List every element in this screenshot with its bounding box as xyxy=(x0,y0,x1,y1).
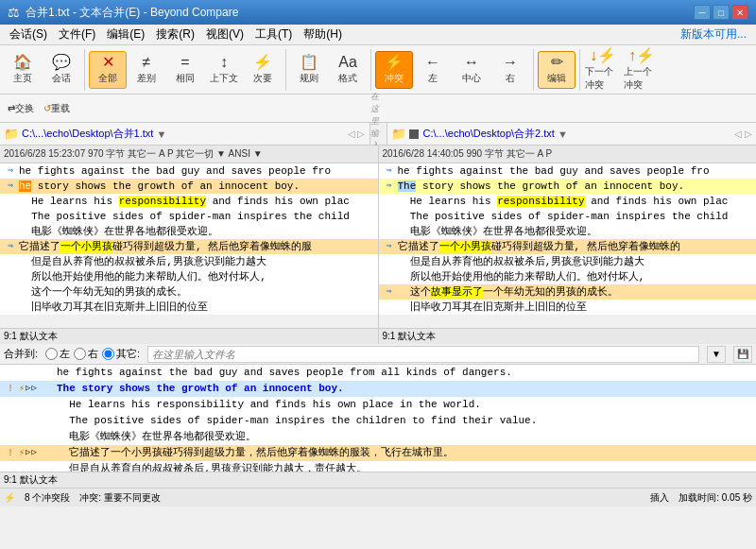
right-diff-header: 2016/6/28 14:40:05 990 字节 其它一 A P xyxy=(379,146,757,163)
required-icon: ⚡ xyxy=(253,55,272,70)
prev-conflict-button[interactable]: ↑⚡ 上一个冲突 xyxy=(623,51,661,89)
table-row: 旧毕收刀耳其在旧克斯井上旧旧的位至 xyxy=(379,300,757,315)
right-file-path[interactable]: C:\...\echo\Desktop\合并2.txt xyxy=(423,127,555,141)
next-conflict-icon: ↓⚡ xyxy=(590,48,616,63)
line-icons: ⚡ ▷ ▷ xyxy=(19,445,57,461)
window-title: 合并1.txt - 文本合并(E) - Beyond Compare xyxy=(26,5,694,21)
right-button[interactable]: → 右 xyxy=(491,51,529,89)
output-statusbar: 9:1 默认文本 xyxy=(0,472,756,488)
center-divider: 在这里输入原型 xyxy=(370,123,387,145)
context-button[interactable]: ↕ 上下文 xyxy=(205,51,243,89)
filebars: 📁 C:\...\echo\Desktop\合并1.txt ▼ ◁ ▷ 在这里输… xyxy=(0,123,756,146)
output-content[interactable]: he fights against the bad guy and saves … xyxy=(0,365,756,472)
table-row: 但是自从养育他的叔叔被杀后,男孩意识到能力越大 xyxy=(379,254,757,269)
rules-icon: 📋 xyxy=(300,55,318,70)
radio-group: 左 右 其它: xyxy=(45,347,140,361)
left-dropdown-icon[interactable]: ▼ xyxy=(156,129,166,140)
close-button[interactable]: ✕ xyxy=(731,5,748,20)
left-button[interactable]: ← 左 xyxy=(414,51,452,89)
swap-icon: ⇄ xyxy=(8,103,15,113)
table-row: ⇒ he story shows the growth of an innoce… xyxy=(0,179,378,194)
radio-left[interactable]: 左 xyxy=(45,347,70,361)
menu-help[interactable]: 帮助(H) xyxy=(298,25,348,44)
required-button[interactable]: ⚡ 次要 xyxy=(244,51,282,89)
radio-right[interactable]: 右 xyxy=(74,347,98,361)
table-row: 所以他开始使用他的能力来帮助人们。他对付坏人, xyxy=(0,269,378,284)
table-row: ⇒ The story shows the growth of an innoc… xyxy=(379,179,757,194)
menu-file[interactable]: 文件(F) xyxy=(53,25,101,44)
table-row: 这个一个年幼无知的男孩的成长。 xyxy=(0,284,378,300)
toolbar-group-conflict: ⚡ 冲突 ← 左 ↔ 中心 → 右 xyxy=(375,49,534,91)
left-statusbar: 9:1 默认文本 xyxy=(0,328,378,344)
left-file-icon: 📁 xyxy=(4,127,19,141)
session-icon: 💬 xyxy=(52,55,71,70)
table-row: ⇒ he fights against the bad guy and save… xyxy=(379,163,757,179)
home-icon: 🏠 xyxy=(13,55,32,70)
left-arrow-icon: ← xyxy=(425,55,440,70)
right-statusbar: 9:1 默认文本 xyxy=(379,328,757,344)
diff-icon: ≠ xyxy=(143,55,151,70)
table-row: 旧毕收刀耳其在旧克斯井上旧旧的位至 xyxy=(0,300,378,315)
title-icon: ⚖ xyxy=(8,5,20,20)
diff-button[interactable]: ≠ 差别 xyxy=(128,51,165,89)
next-conflict-button[interactable]: ↓⚡ 下一个冲突 xyxy=(584,51,622,89)
table-row: ⇒ 它描述了一个小男孩碰巧得到超级力量, 然后他穿着像蜘蛛的服 xyxy=(0,239,378,254)
toolbar-group-rules: 📋 规则 Aa 格式 xyxy=(290,49,371,91)
merge-save-button[interactable]: 💾 xyxy=(733,346,752,363)
right-file-icon: 📁 xyxy=(391,127,406,141)
merge-label: 合并到: xyxy=(4,347,38,361)
minimize-button[interactable]: ─ xyxy=(694,5,711,20)
merge-file-input[interactable] xyxy=(147,346,699,363)
all-icon: ✕ xyxy=(102,55,114,70)
load-time: 加载时间: 0.05 秒 xyxy=(679,491,752,505)
table-row: 电影《蜘蛛侠》在世界各地都很受欢迎。 xyxy=(379,224,757,239)
format-icon: Aa xyxy=(338,55,357,70)
conflict-count: 8 个冲突段 xyxy=(25,491,70,505)
right-dropdown-icon[interactable]: ▼ xyxy=(558,129,568,140)
new-version-link[interactable]: 新版本可用... xyxy=(675,25,752,44)
same-button[interactable]: = 相同 xyxy=(166,51,204,89)
left-file-actions: ◁ ▷ xyxy=(348,129,366,139)
conflict-status-icon: ⚡ xyxy=(4,492,15,503)
list-item: He learns his responsibility and finds h… xyxy=(0,397,756,413)
left-diff-pane: 2016/6/28 15:23:07 970 字节 其它一 A P 其它一切 ▼… xyxy=(0,146,379,344)
table-row: 但是自从养育他的叔叔被杀后,男孩意识到能力越大 xyxy=(0,254,378,269)
menu-view[interactable]: 视图(V) xyxy=(200,25,249,44)
right-diff-content[interactable]: ⇒ he fights against the bad guy and save… xyxy=(379,163,757,328)
left-file-path[interactable]: C:\...\echo\Desktop\合并1.txt xyxy=(22,127,153,141)
left-filebar: 📁 C:\...\echo\Desktop\合并1.txt ▼ ◁ ▷ xyxy=(0,123,370,145)
menu-search[interactable]: 搜索(R) xyxy=(150,25,200,44)
same-icon: = xyxy=(180,55,189,70)
table-row: ⇒ 它描述了一个小男孩碰巧得到超级力量, 然后他穿着像蜘蛛的 xyxy=(379,239,757,254)
menu-tools[interactable]: 工具(T) xyxy=(249,25,298,44)
list-item: 但是自从养育自的叔叔被杀后,男孩意识到能力越大，责任越大。 xyxy=(0,461,756,472)
radio-other[interactable]: 其它: xyxy=(102,347,140,361)
merge-browse-button[interactable]: ▼ xyxy=(707,346,726,363)
format-button[interactable]: Aa 格式 xyxy=(329,51,367,89)
right-filebar: 📁 C:\...\echo\Desktop\合并2.txt ▼ ◁ ▷ xyxy=(387,123,757,145)
swap-button[interactable]: ⇄ 交换 xyxy=(4,97,38,120)
conflict-button[interactable]: ⚡ 冲突 xyxy=(375,51,413,89)
all-button[interactable]: ✕ 全部 xyxy=(89,51,127,89)
toolbar: 🏠 主页 💬 会话 ✕ 全部 ≠ 差别 = 相同 ↕ 上下文 ⚡ 次要 xyxy=(0,45,756,94)
edit-icon: ✏ xyxy=(551,55,563,70)
maximize-button[interactable]: □ xyxy=(713,5,730,20)
session-button[interactable]: 💬 会话 xyxy=(43,51,80,89)
edit-button[interactable]: ✏ 编辑 xyxy=(538,51,576,89)
conflict-icon: ⚡ xyxy=(19,381,25,397)
rules-button[interactable]: 📋 规则 xyxy=(290,51,328,89)
conflict-gutter2: ! xyxy=(2,445,19,461)
line-icons: ⚡ ▷ ▷ xyxy=(19,381,57,397)
left-diff-content[interactable]: ⇒ he fights against the bad guy and save… xyxy=(0,163,378,328)
reload-icon: ↺ xyxy=(43,103,51,113)
table-row: 电影《蜘蛛侠》在世界各地都很受欢迎。 xyxy=(0,224,378,239)
menu-edit[interactable]: 编辑(E) xyxy=(101,25,150,44)
titlebar: ⚖ 合并1.txt - 文本合并(E) - Beyond Compare ─ □… xyxy=(0,0,756,25)
toolbar-group-edit: ✏ 编辑 xyxy=(538,49,580,91)
insert-mode: 插入 xyxy=(650,491,669,505)
reload-button[interactable]: ↺ 重载 xyxy=(40,97,74,120)
menu-session[interactable]: 会话(S) xyxy=(4,25,53,44)
center-button[interactable]: ↔ 中心 xyxy=(453,51,490,89)
table-row: ⇒ he fights against the bad guy and save… xyxy=(0,163,378,179)
home-button[interactable]: 🏠 主页 xyxy=(4,51,42,89)
